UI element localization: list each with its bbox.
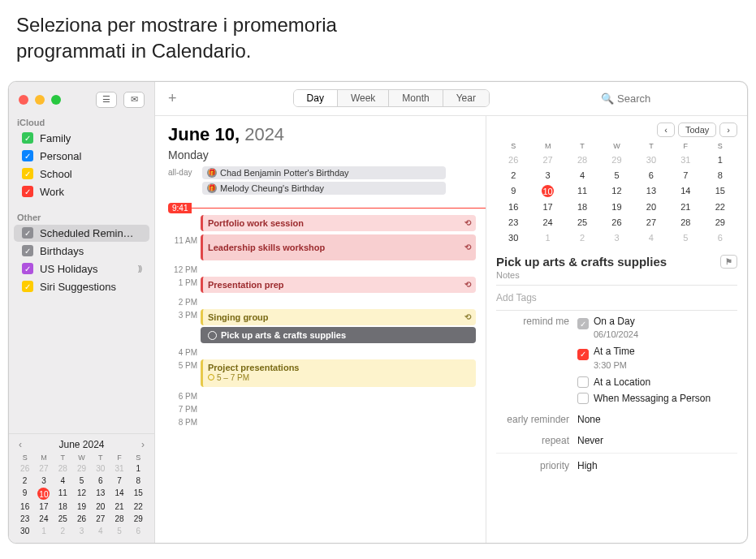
view-segmented-control[interactable]: DayWeekMonthYear (293, 89, 490, 107)
add-tags-field[interactable]: Add Tags (496, 286, 737, 311)
minical-day[interactable]: 14 (668, 185, 702, 197)
view-week[interactable]: Week (338, 90, 389, 106)
minical-day[interactable]: 22 (129, 501, 148, 512)
sidebar-calendar-item[interactable]: ✓Personal (14, 148, 149, 165)
view-day[interactable]: Day (294, 90, 338, 106)
minical-day[interactable]: 7 (668, 170, 702, 181)
zoom-icon[interactable] (51, 95, 61, 105)
minical-day[interactable]: 3 (599, 232, 633, 243)
minical-prev[interactable]: ‹ (15, 439, 25, 450)
minical-day[interactable]: 31 (668, 154, 702, 166)
minical-day[interactable]: 4 (634, 232, 668, 243)
new-event-button[interactable]: + (163, 90, 182, 107)
calendar-checkbox[interactable]: ✓ (22, 132, 33, 144)
minical-day[interactable]: 18 (565, 201, 599, 213)
event-leadership[interactable]: Leadership skills workshop⟲ (201, 234, 476, 260)
minical-day[interactable]: 26 (496, 154, 530, 166)
minical-day[interactable]: 21 (110, 501, 128, 512)
minical-day[interactable]: 15 (703, 185, 737, 197)
birthday-event[interactable]: 🎁Melody Cheung's Birthday (202, 182, 446, 195)
sidebar-calendar-item[interactable]: ✓Siri Suggestions (14, 278, 149, 295)
minical-day[interactable]: 20 (634, 201, 668, 213)
minical-next[interactable]: › (138, 439, 148, 450)
minical-day[interactable]: 3 (34, 475, 53, 486)
minical-day[interactable]: 19 (599, 201, 633, 213)
minical-day[interactable]: 28 (668, 217, 702, 228)
view-year[interactable]: Year (443, 90, 489, 106)
event-singing[interactable]: Singing group⟲ (201, 309, 476, 325)
minical-day[interactable]: 29 (129, 514, 148, 524)
minical-day[interactable]: 6 (129, 526, 148, 536)
minical-day[interactable]: 12 (599, 185, 633, 197)
minimize-icon[interactable] (35, 95, 45, 105)
birthday-event[interactable]: 🎁Chad Benjamin Potter's Birthday (202, 166, 446, 179)
minical-day[interactable]: 3 (530, 170, 564, 181)
minical-day[interactable]: 26 (15, 463, 34, 474)
minical-day[interactable]: 24 (34, 514, 53, 524)
minical-day[interactable]: 18 (54, 501, 72, 512)
minical-day[interactable]: 1 (703, 154, 737, 166)
minical-day[interactable]: 23 (15, 514, 34, 524)
minical-day[interactable]: 14 (110, 488, 128, 500)
minical-day[interactable]: 19 (72, 501, 91, 512)
priority-value[interactable]: High (577, 460, 737, 471)
minical-day[interactable]: 22 (703, 201, 737, 213)
notes-field[interactable]: Notes (496, 270, 737, 286)
view-month[interactable]: Month (389, 90, 443, 106)
minical-day[interactable]: 30 (496, 232, 530, 243)
early-reminder-value[interactable]: None (577, 414, 737, 425)
minical-day[interactable]: 27 (91, 514, 110, 524)
minical-day[interactable]: 1 (34, 526, 53, 536)
minical-day[interactable]: 27 (634, 217, 668, 228)
minical-day[interactable]: 17 (530, 201, 564, 213)
event-selected-reminder[interactable]: Pick up arts & crafts supplies (201, 327, 476, 343)
minical-day[interactable]: 2 (565, 232, 599, 243)
inspector-next[interactable]: › (719, 123, 737, 137)
close-icon[interactable] (19, 95, 28, 105)
minical-day[interactable]: 4 (565, 170, 599, 181)
minical-day[interactable]: 9 (496, 185, 530, 197)
at-a-time-checkbox[interactable]: ✓ (577, 349, 589, 360)
minical-day[interactable]: 2 (54, 526, 72, 536)
minical-day[interactable]: 8 (703, 170, 737, 181)
minical-day[interactable]: 25 (54, 514, 72, 524)
on-a-day-checkbox[interactable]: ✓ (577, 318, 589, 329)
minical-day[interactable]: 6 (634, 170, 668, 181)
event-portfolio[interactable]: Portfolio work session⟲ (201, 215, 476, 231)
minical-day[interactable]: 28 (110, 514, 128, 524)
minical-day[interactable]: 6 (91, 475, 110, 486)
minical-day[interactable]: 9 (15, 488, 34, 500)
minical-day[interactable]: 4 (54, 475, 72, 486)
minical-day[interactable]: 13 (634, 185, 668, 197)
minical-day[interactable]: 13 (91, 488, 110, 500)
minical-day[interactable]: 2 (496, 170, 530, 181)
calendar-checkbox[interactable]: ✓ (22, 227, 33, 239)
sidebar-calendar-item[interactable]: ✓Scheduled Remin… (14, 225, 149, 242)
minical-day[interactable]: 12 (72, 488, 91, 500)
minical-day[interactable]: 30 (634, 154, 668, 166)
minical-day[interactable]: 27 (34, 463, 53, 474)
minical-day[interactable]: 27 (530, 154, 564, 166)
minical-day[interactable]: 28 (565, 154, 599, 166)
minical-day[interactable]: 5 (72, 475, 91, 486)
minical-day[interactable]: 23 (496, 217, 530, 228)
minical-day[interactable]: 28 (54, 463, 72, 474)
repeat-value[interactable]: Never (577, 435, 737, 446)
minical-day[interactable]: 7 (110, 475, 128, 486)
minical-day[interactable]: 20 (91, 501, 110, 512)
minical-day[interactable]: 16 (15, 501, 34, 512)
minical-day[interactable]: 5 (668, 232, 702, 243)
minical-day[interactable]: 11 (54, 488, 72, 500)
minical-day[interactable]: 30 (15, 526, 34, 536)
minical-day[interactable]: 8 (129, 475, 148, 486)
minical-day[interactable]: 21 (668, 201, 702, 213)
sidebar-calendar-item[interactable]: ✓Work (14, 183, 149, 200)
inspector-prev[interactable]: ‹ (657, 123, 675, 137)
minical-day[interactable]: 5 (599, 170, 633, 181)
minical-day[interactable]: 5 (110, 526, 128, 536)
minical-day[interactable]: 16 (496, 201, 530, 213)
minical-day[interactable]: 4 (91, 526, 110, 536)
minical-day[interactable]: 3 (72, 526, 91, 536)
minical-day[interactable]: 15 (129, 488, 148, 500)
minical-day[interactable]: 1 (530, 232, 564, 243)
